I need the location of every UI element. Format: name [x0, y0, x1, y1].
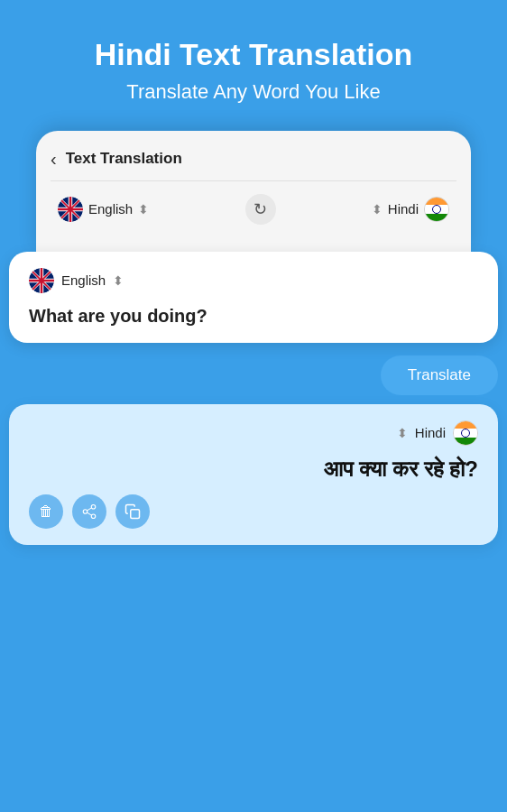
result-card: ⬍ Hindi आप क्या कर रहे हो? 🗑 — [9, 404, 498, 545]
result-lang-row: ⬍ Hindi — [29, 420, 478, 446]
delete-button[interactable]: 🗑 — [29, 494, 63, 529]
swap-languages-button[interactable]: ↻ — [245, 194, 276, 225]
svg-point-4 — [91, 514, 96, 519]
result-india-flag — [453, 420, 478, 446]
header-section: Hindi Text Translation Translate Any Wor… — [0, 0, 507, 122]
india-flag-icon — [424, 197, 449, 222]
svg-line-6 — [87, 508, 91, 511]
back-button[interactable]: ‹ — [51, 149, 57, 170]
source-lang-name: English — [88, 201, 133, 217]
svg-point-3 — [83, 510, 88, 514]
share-button[interactable] — [72, 494, 106, 529]
app-title: Hindi Text Translation — [27, 36, 480, 73]
phone-mockup: ‹ Text Translation English ⬍ ↻ ⬍ Hindi — [36, 131, 471, 252]
share-icon — [81, 503, 97, 520]
result-lang-dropdown-icon[interactable]: ⬍ — [397, 426, 408, 440]
svg-rect-7 — [131, 510, 140, 519]
copy-icon — [124, 503, 141, 520]
svg-point-2 — [91, 504, 96, 509]
app-subtitle: Translate Any Word You Like — [27, 80, 480, 104]
input-card-lang-row: English ⬍ — [29, 268, 478, 293]
target-lang-name: Hindi — [388, 201, 419, 217]
language-selector-row: English ⬍ ↻ ⬍ Hindi — [51, 181, 456, 237]
screen-title: Text Translation — [66, 150, 182, 168]
translate-button[interactable]: Translate — [381, 355, 498, 395]
input-card: English ⬍ What are you doing? — [9, 252, 498, 343]
source-language-selector[interactable]: English ⬍ — [58, 197, 149, 222]
copy-button[interactable] — [115, 494, 150, 529]
target-lang-dropdown-icon[interactable]: ⬍ — [372, 202, 383, 217]
phone-top-bar: ‹ Text Translation — [51, 145, 456, 181]
result-lang-name: Hindi — [415, 425, 446, 440]
delete-icon: 🗑 — [39, 503, 53, 520]
input-card-uk-flag — [29, 268, 54, 293]
uk-flag-icon — [58, 197, 83, 222]
input-text-display[interactable]: What are you doing? — [29, 306, 478, 327]
svg-line-5 — [87, 512, 91, 515]
swap-icon: ↻ — [254, 199, 267, 219]
input-card-dropdown-icon[interactable]: ⬍ — [113, 273, 124, 288]
source-lang-dropdown-icon[interactable]: ⬍ — [138, 202, 149, 217]
action-icons-row: 🗑 — [29, 494, 478, 529]
translate-button-wrap: Translate — [9, 355, 498, 395]
translated-text: आप क्या कर रहे हो? — [29, 457, 478, 482]
target-language-selector[interactable]: ⬍ Hindi — [372, 197, 449, 222]
input-card-lang-name: English — [61, 272, 106, 288]
